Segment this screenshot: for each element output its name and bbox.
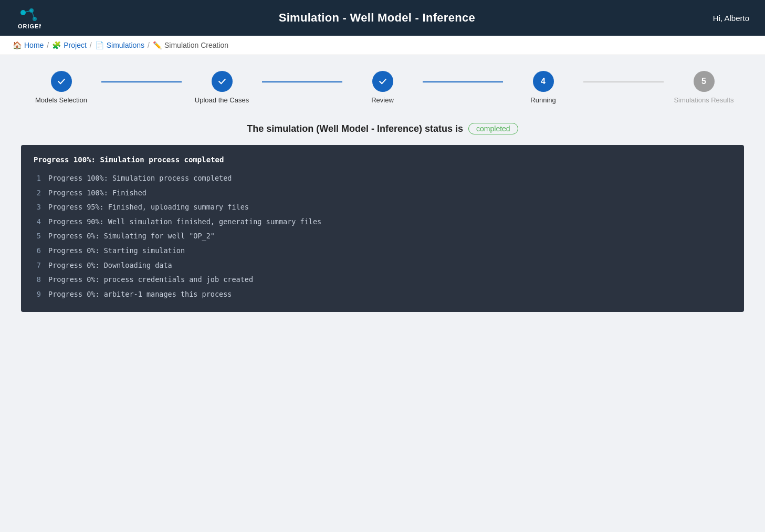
footer: CONTINUE [0,529,765,532]
log-num: 3 [34,202,41,213]
log-num: 4 [34,216,41,228]
breadcrumb-sep-3: / [148,41,150,49]
step-1-label: Models Selection [35,96,87,104]
step-running: 4 Running [503,71,583,104]
step-review: Review [342,71,423,104]
log-entry: 6 Progress 0%: Starting simulation [34,244,731,258]
breadcrumb-sep-2: / [90,41,92,49]
log-entry: 2 Progress 100%: Finished [34,186,731,201]
log-entry: 4 Progress 90%: Well simulation finished… [34,215,731,230]
log-entry: 7 Progress 0%: Downloading data [34,258,731,273]
log-text: Progress 0%: arbiter-1 manages this proc… [48,289,232,300]
log-num: 6 [34,245,41,257]
log-entries: 1 Progress 100%: Simulation process comp… [34,171,731,301]
breadcrumb-project[interactable]: 🧩 Project [52,41,87,49]
breadcrumb-home[interactable]: 🏠 Home [13,41,44,49]
breadcrumb-sep-1: / [47,41,49,49]
app-header: ORIGEN Simulation - Well Model - Inferen… [0,0,765,36]
header-title: Simulation - Well Model - Inference [279,11,475,25]
log-num: 1 [34,173,41,184]
header-user: Hi, Alberto [713,14,749,23]
step-4-label: Running [530,96,556,104]
connector-1-2 [101,81,182,82]
step-3-label: Review [371,96,394,104]
step-5-label: Simulations Results [674,96,733,104]
svg-text:ORIGEN: ORIGEN [18,23,41,29]
log-text: Progress 0%: Downloading data [48,260,172,272]
log-text: Progress 100%: Simulation process comple… [48,173,232,184]
log-text: Progress 0%: process credentials and job… [48,274,253,286]
step-2-label: Upload the Cases [195,96,249,104]
pencil-icon: ✏️ [153,41,162,49]
breadcrumb: 🏠 Home / 🧩 Project / 📄 Simulations / ✏️ … [0,36,765,55]
connector-3-4 [423,81,503,82]
log-entry: 1 Progress 100%: Simulation process comp… [34,171,731,186]
connector-4-5 [583,81,664,82]
step-models-selection: Models Selection [21,71,101,104]
log-entry: 3 Progress 95%: Finished, uploading summ… [34,200,731,215]
log-panel: Progress 100%: Simulation process comple… [21,145,744,312]
log-text: Progress 100%: Finished [48,187,146,199]
status-badge: completed [468,123,518,134]
puzzle-icon: 🧩 [52,41,61,49]
steps-wizard: Models Selection Upload the Cases Review [21,71,744,104]
breadcrumb-simulation-creation: ✏️ Simulation Creation [153,41,228,49]
log-entry: 8 Progress 0%: process credentials and j… [34,273,731,287]
simulation-status-text: The simulation (Well Model - Inference) … [21,123,744,134]
log-entry: 9 Progress 0%: arbiter-1 manages this pr… [34,287,731,302]
home-icon: 🏠 [13,41,22,49]
log-num: 7 [34,260,41,272]
step-2-circle [212,71,233,92]
log-num: 8 [34,274,41,286]
log-num: 9 [34,289,41,300]
logo: ORIGEN [16,5,41,30]
log-num: 5 [34,231,41,242]
log-text: Progress 90%: Well simulation finished, … [48,216,321,228]
log-num: 2 [34,187,41,199]
log-text: Progress 0%: Starting simulation [48,245,185,257]
step-simulations-results: 5 Simulations Results [664,71,744,104]
log-entry: 5 Progress 0%: Simulating for well "OP_2… [34,229,731,244]
step-4-circle: 4 [533,71,554,92]
connector-2-3 [262,81,342,82]
step-upload-cases: Upload the Cases [182,71,262,104]
step-1-circle [51,71,72,92]
log-text: Progress 0%: Simulating for well "OP_2" [48,231,215,242]
doc-icon: 📄 [95,41,104,49]
breadcrumb-simulations[interactable]: 📄 Simulations [95,41,144,49]
log-text: Progress 95%: Finished, uploading summar… [48,202,249,213]
step-5-circle: 5 [694,71,715,92]
step-3-circle [372,71,393,92]
main-content: Models Selection Upload the Cases Review [0,55,765,529]
log-header: Progress 100%: Simulation process comple… [34,155,731,164]
